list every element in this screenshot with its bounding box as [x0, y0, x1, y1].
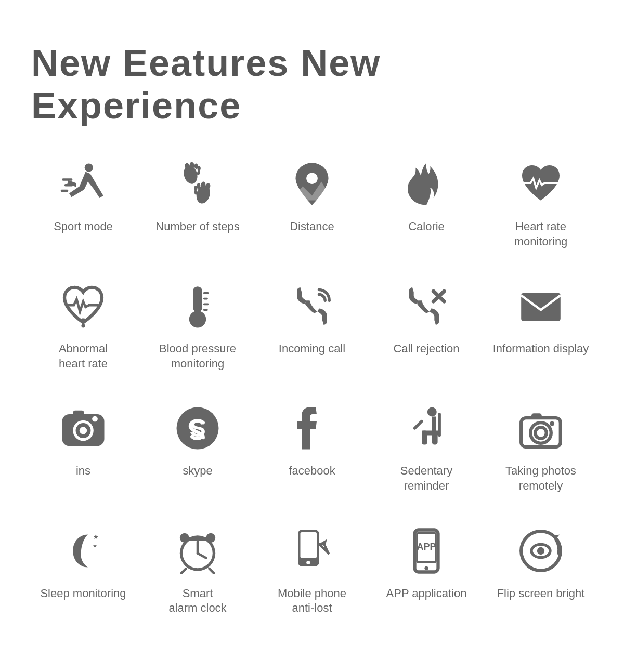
svg-rect-24 [203, 304, 209, 306]
calorie-label: Calorie [408, 219, 445, 234]
svg-point-69 [537, 547, 544, 554]
svg-rect-22 [203, 292, 209, 294]
calorie-icon [395, 158, 458, 210]
feature-number-of-steps: Number of steps [146, 158, 250, 249]
svg-rect-3 [61, 190, 68, 192]
mobile-antilost-icon [281, 525, 343, 577]
svg-rect-25 [203, 309, 208, 311]
features-grid: Sport mode Number of steps [31, 158, 593, 616]
feature-abnormal-heart-rate: Abnormalheart rate [31, 280, 135, 371]
feature-call-rejection: Call rejection [374, 280, 478, 371]
svg-line-62 [325, 546, 328, 554]
feature-sleep-monitoring: Sleep monitoring [31, 525, 135, 616]
svg-rect-18 [81, 319, 85, 323]
svg-marker-48 [93, 544, 97, 547]
feature-facebook: facebook [260, 402, 364, 493]
svg-point-60 [306, 560, 310, 564]
facebook-label: facebook [289, 464, 335, 479]
svg-line-41 [415, 421, 422, 429]
feature-blood-pressure: Blood pressuremonitoring [146, 280, 250, 371]
smart-alarm-icon [166, 525, 229, 577]
sport-mode-icon [52, 158, 114, 210]
information-display-icon [510, 280, 572, 332]
svg-rect-2 [64, 184, 73, 187]
svg-point-20 [189, 311, 206, 327]
heart-rate-icon [510, 158, 572, 210]
incoming-call-icon [281, 280, 343, 332]
feature-skype: S skype [146, 402, 250, 493]
svg-rect-28 [521, 293, 561, 321]
sleep-monitoring-icon [52, 525, 114, 577]
abnormal-heart-rate-label: Abnormalheart rate [59, 341, 108, 371]
feature-sedentary-reminder: Sedentaryreminder [374, 402, 478, 493]
feature-incoming-call: Incoming call [260, 280, 364, 371]
svg-rect-23 [203, 298, 208, 300]
svg-rect-57 [185, 537, 211, 541]
information-display-label: Information display [493, 341, 589, 357]
feature-flip-screen: Flip screen bright [489, 525, 593, 616]
svg-text:S: S [189, 415, 205, 442]
feature-distance: Distance [260, 158, 364, 249]
sedentary-reminder-icon [395, 402, 458, 454]
sport-mode-label: Sport mode [54, 219, 113, 234]
feature-smart-alarm: Smartalarm clock [146, 525, 250, 616]
app-application-label: APP application [386, 586, 467, 601]
blood-pressure-icon [166, 280, 229, 332]
feature-information-display: Information display [489, 280, 593, 371]
flip-screen-icon [510, 525, 572, 577]
svg-rect-39 [432, 431, 438, 445]
call-rejection-label: Call rejection [393, 341, 459, 357]
taking-photos-label: Taking photosremotely [505, 464, 576, 493]
ins-icon [52, 402, 114, 454]
skype-label: skype [183, 464, 212, 479]
svg-point-32 [80, 427, 87, 434]
blood-pressure-label: Blood pressuremonitoring [159, 341, 236, 371]
svg-rect-17 [81, 324, 85, 327]
svg-point-44 [535, 428, 547, 439]
svg-point-16 [306, 173, 318, 184]
smart-alarm-label: Smartalarm clock [168, 586, 226, 616]
svg-point-33 [92, 416, 98, 422]
feature-ins: ins [31, 402, 135, 493]
svg-line-53 [181, 569, 186, 573]
svg-point-45 [550, 421, 554, 426]
ins-label: ins [76, 464, 90, 479]
distance-icon [281, 158, 343, 210]
sedentary-reminder-label: Sedentaryreminder [400, 464, 452, 493]
abnormal-heart-rate-icon [52, 280, 114, 332]
taking-photos-icon [510, 402, 572, 454]
svg-marker-47 [93, 534, 98, 539]
svg-point-65 [424, 566, 428, 570]
call-rejection-icon [395, 280, 458, 332]
svg-rect-38 [422, 431, 427, 445]
app-application-icon: APP [395, 525, 458, 577]
feature-calorie: Calorie [374, 158, 478, 249]
svg-rect-34 [73, 411, 84, 416]
facebook-icon [281, 402, 343, 454]
feature-heart-rate: Heart ratemonitoring [489, 158, 593, 249]
svg-line-54 [210, 569, 214, 573]
svg-text:APP: APP [417, 542, 436, 552]
number-of-steps-icon [166, 158, 229, 210]
flip-screen-label: Flip screen bright [497, 586, 585, 601]
number-of-steps-label: Number of steps [155, 219, 239, 234]
mobile-antilost-label: Mobile phoneanti-lost [278, 586, 346, 616]
sleep-monitoring-label: Sleep monitoring [40, 586, 126, 601]
svg-point-0 [85, 163, 93, 172]
feature-mobile-antilost: Mobile phoneanti-lost [260, 525, 364, 616]
incoming-call-label: Incoming call [279, 341, 345, 357]
feature-sport-mode: Sport mode [31, 158, 135, 249]
svg-rect-46 [531, 414, 542, 419]
feature-app-application: APP APP application [374, 525, 478, 616]
svg-rect-21 [195, 297, 199, 313]
feature-taking-photos: Taking photosremotely [489, 402, 593, 493]
skype-icon: S [166, 402, 229, 454]
svg-rect-1 [62, 178, 73, 181]
svg-rect-59 [301, 532, 317, 558]
page-title: New Eeatures New Experience [31, 42, 593, 127]
heart-rate-label: Heart ratemonitoring [514, 219, 568, 249]
distance-label: Distance [290, 219, 334, 234]
svg-point-37 [427, 407, 437, 417]
